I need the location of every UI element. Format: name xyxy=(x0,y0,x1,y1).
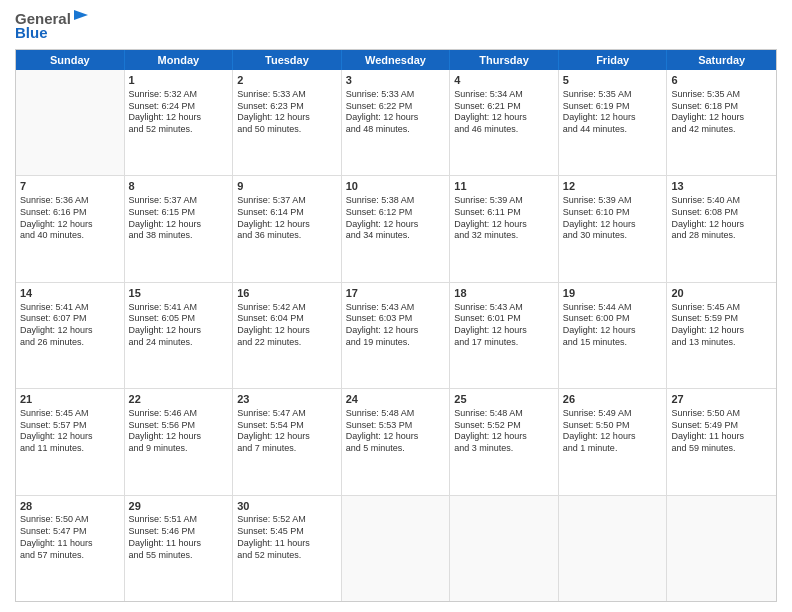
day-cell-empty-4-4 xyxy=(450,496,559,601)
day-info: Sunrise: 5:45 AM Sunset: 5:59 PM Dayligh… xyxy=(671,302,772,349)
day-number: 7 xyxy=(20,179,120,194)
week-row-3: 14Sunrise: 5:41 AM Sunset: 6:07 PM Dayli… xyxy=(16,283,776,389)
day-number: 3 xyxy=(346,73,446,88)
day-number: 14 xyxy=(20,286,120,301)
day-cell-9: 9Sunrise: 5:37 AM Sunset: 6:14 PM Daylig… xyxy=(233,176,342,281)
day-cell-8: 8Sunrise: 5:37 AM Sunset: 6:15 PM Daylig… xyxy=(125,176,234,281)
day-number: 17 xyxy=(346,286,446,301)
day-number: 1 xyxy=(129,73,229,88)
calendar-body: 1Sunrise: 5:32 AM Sunset: 6:24 PM Daylig… xyxy=(16,70,776,601)
day-cell-21: 21Sunrise: 5:45 AM Sunset: 5:57 PM Dayli… xyxy=(16,389,125,494)
day-number: 24 xyxy=(346,392,446,407)
day-cell-16: 16Sunrise: 5:42 AM Sunset: 6:04 PM Dayli… xyxy=(233,283,342,388)
day-header-tuesday: Tuesday xyxy=(233,50,342,70)
day-cell-13: 13Sunrise: 5:40 AM Sunset: 6:08 PM Dayli… xyxy=(667,176,776,281)
day-info: Sunrise: 5:46 AM Sunset: 5:56 PM Dayligh… xyxy=(129,408,229,455)
day-cell-18: 18Sunrise: 5:43 AM Sunset: 6:01 PM Dayli… xyxy=(450,283,559,388)
day-cell-15: 15Sunrise: 5:41 AM Sunset: 6:05 PM Dayli… xyxy=(125,283,234,388)
day-number: 25 xyxy=(454,392,554,407)
day-info: Sunrise: 5:33 AM Sunset: 6:23 PM Dayligh… xyxy=(237,89,337,136)
day-info: Sunrise: 5:35 AM Sunset: 6:18 PM Dayligh… xyxy=(671,89,772,136)
day-info: Sunrise: 5:49 AM Sunset: 5:50 PM Dayligh… xyxy=(563,408,663,455)
day-number: 30 xyxy=(237,499,337,514)
day-info: Sunrise: 5:48 AM Sunset: 5:53 PM Dayligh… xyxy=(346,408,446,455)
day-info: Sunrise: 5:44 AM Sunset: 6:00 PM Dayligh… xyxy=(563,302,663,349)
day-number: 23 xyxy=(237,392,337,407)
day-info: Sunrise: 5:50 AM Sunset: 5:49 PM Dayligh… xyxy=(671,408,772,455)
day-number: 5 xyxy=(563,73,663,88)
day-info: Sunrise: 5:34 AM Sunset: 6:21 PM Dayligh… xyxy=(454,89,554,136)
svg-marker-0 xyxy=(74,10,88,20)
day-cell-11: 11Sunrise: 5:39 AM Sunset: 6:11 PM Dayli… xyxy=(450,176,559,281)
logo-flag-icon xyxy=(72,10,88,24)
day-info: Sunrise: 5:52 AM Sunset: 5:45 PM Dayligh… xyxy=(237,514,337,561)
calendar: SundayMondayTuesdayWednesdayThursdayFrid… xyxy=(15,49,777,602)
day-info: Sunrise: 5:47 AM Sunset: 5:54 PM Dayligh… xyxy=(237,408,337,455)
day-cell-empty-0-0 xyxy=(16,70,125,175)
day-cell-6: 6Sunrise: 5:35 AM Sunset: 6:18 PM Daylig… xyxy=(667,70,776,175)
day-info: Sunrise: 5:35 AM Sunset: 6:19 PM Dayligh… xyxy=(563,89,663,136)
day-cell-7: 7Sunrise: 5:36 AM Sunset: 6:16 PM Daylig… xyxy=(16,176,125,281)
day-cell-4: 4Sunrise: 5:34 AM Sunset: 6:21 PM Daylig… xyxy=(450,70,559,175)
header: General Blue xyxy=(15,10,777,41)
day-info: Sunrise: 5:41 AM Sunset: 6:05 PM Dayligh… xyxy=(129,302,229,349)
day-number: 11 xyxy=(454,179,554,194)
day-header-saturday: Saturday xyxy=(667,50,776,70)
day-number: 28 xyxy=(20,499,120,514)
day-info: Sunrise: 5:41 AM Sunset: 6:07 PM Dayligh… xyxy=(20,302,120,349)
day-cell-19: 19Sunrise: 5:44 AM Sunset: 6:00 PM Dayli… xyxy=(559,283,668,388)
day-header-wednesday: Wednesday xyxy=(342,50,451,70)
day-info: Sunrise: 5:43 AM Sunset: 6:01 PM Dayligh… xyxy=(454,302,554,349)
day-number: 22 xyxy=(129,392,229,407)
day-info: Sunrise: 5:39 AM Sunset: 6:10 PM Dayligh… xyxy=(563,195,663,242)
day-header-sunday: Sunday xyxy=(16,50,125,70)
day-cell-20: 20Sunrise: 5:45 AM Sunset: 5:59 PM Dayli… xyxy=(667,283,776,388)
day-cell-empty-4-3 xyxy=(342,496,451,601)
day-info: Sunrise: 5:32 AM Sunset: 6:24 PM Dayligh… xyxy=(129,89,229,136)
day-cell-12: 12Sunrise: 5:39 AM Sunset: 6:10 PM Dayli… xyxy=(559,176,668,281)
day-info: Sunrise: 5:40 AM Sunset: 6:08 PM Dayligh… xyxy=(671,195,772,242)
week-row-1: 1Sunrise: 5:32 AM Sunset: 6:24 PM Daylig… xyxy=(16,70,776,176)
day-header-friday: Friday xyxy=(559,50,668,70)
day-cell-29: 29Sunrise: 5:51 AM Sunset: 5:46 PM Dayli… xyxy=(125,496,234,601)
day-number: 27 xyxy=(671,392,772,407)
day-number: 20 xyxy=(671,286,772,301)
day-info: Sunrise: 5:43 AM Sunset: 6:03 PM Dayligh… xyxy=(346,302,446,349)
day-cell-27: 27Sunrise: 5:50 AM Sunset: 5:49 PM Dayli… xyxy=(667,389,776,494)
day-info: Sunrise: 5:50 AM Sunset: 5:47 PM Dayligh… xyxy=(20,514,120,561)
day-cell-28: 28Sunrise: 5:50 AM Sunset: 5:47 PM Dayli… xyxy=(16,496,125,601)
week-row-2: 7Sunrise: 5:36 AM Sunset: 6:16 PM Daylig… xyxy=(16,176,776,282)
day-info: Sunrise: 5:48 AM Sunset: 5:52 PM Dayligh… xyxy=(454,408,554,455)
day-header-monday: Monday xyxy=(125,50,234,70)
day-cell-26: 26Sunrise: 5:49 AM Sunset: 5:50 PM Dayli… xyxy=(559,389,668,494)
day-number: 19 xyxy=(563,286,663,301)
day-info: Sunrise: 5:37 AM Sunset: 6:14 PM Dayligh… xyxy=(237,195,337,242)
day-cell-3: 3Sunrise: 5:33 AM Sunset: 6:22 PM Daylig… xyxy=(342,70,451,175)
day-info: Sunrise: 5:45 AM Sunset: 5:57 PM Dayligh… xyxy=(20,408,120,455)
day-cell-5: 5Sunrise: 5:35 AM Sunset: 6:19 PM Daylig… xyxy=(559,70,668,175)
day-info: Sunrise: 5:42 AM Sunset: 6:04 PM Dayligh… xyxy=(237,302,337,349)
day-number: 9 xyxy=(237,179,337,194)
day-cell-empty-4-6 xyxy=(667,496,776,601)
day-number: 13 xyxy=(671,179,772,194)
logo: General Blue xyxy=(15,10,88,41)
day-info: Sunrise: 5:37 AM Sunset: 6:15 PM Dayligh… xyxy=(129,195,229,242)
calendar-header: SundayMondayTuesdayWednesdayThursdayFrid… xyxy=(16,50,776,70)
day-info: Sunrise: 5:39 AM Sunset: 6:11 PM Dayligh… xyxy=(454,195,554,242)
day-cell-1: 1Sunrise: 5:32 AM Sunset: 6:24 PM Daylig… xyxy=(125,70,234,175)
logo-blue-text: Blue xyxy=(15,24,48,41)
day-number: 18 xyxy=(454,286,554,301)
day-number: 10 xyxy=(346,179,446,194)
day-cell-empty-4-5 xyxy=(559,496,668,601)
day-number: 26 xyxy=(563,392,663,407)
day-cell-22: 22Sunrise: 5:46 AM Sunset: 5:56 PM Dayli… xyxy=(125,389,234,494)
day-number: 6 xyxy=(671,73,772,88)
day-cell-14: 14Sunrise: 5:41 AM Sunset: 6:07 PM Dayli… xyxy=(16,283,125,388)
day-cell-25: 25Sunrise: 5:48 AM Sunset: 5:52 PM Dayli… xyxy=(450,389,559,494)
week-row-4: 21Sunrise: 5:45 AM Sunset: 5:57 PM Dayli… xyxy=(16,389,776,495)
day-cell-30: 30Sunrise: 5:52 AM Sunset: 5:45 PM Dayli… xyxy=(233,496,342,601)
page: General Blue SundayMondayTuesdayWednesda… xyxy=(0,0,792,612)
day-header-thursday: Thursday xyxy=(450,50,559,70)
day-number: 4 xyxy=(454,73,554,88)
day-number: 8 xyxy=(129,179,229,194)
